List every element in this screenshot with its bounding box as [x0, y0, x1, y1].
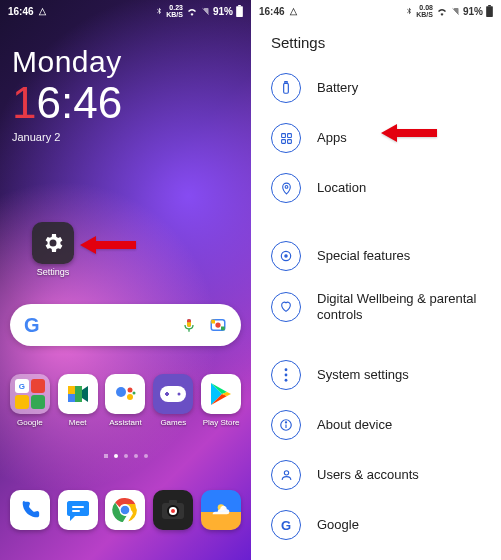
no-sim-icon: [201, 6, 210, 16]
wifi-icon: [436, 7, 448, 16]
svg-rect-10: [68, 394, 75, 402]
app-label: Settings: [32, 267, 74, 277]
annotation-arrow-icon: [381, 122, 437, 144]
user-icon: [271, 460, 301, 490]
battery-icon: [271, 73, 301, 103]
svg-rect-34: [284, 83, 289, 93]
app-icon-games[interactable]: Games: [151, 374, 195, 427]
camera-lens-icon[interactable]: [209, 316, 227, 334]
svg-rect-36: [281, 133, 285, 137]
google-logo-icon: G: [24, 314, 40, 337]
day-of-week: Monday: [12, 45, 239, 79]
page-indicator[interactable]: [0, 454, 251, 458]
settings-screen: 16:46 0.08KB/S 91% Settings: [251, 0, 501, 560]
location-pin-icon: [271, 173, 301, 203]
settings-list[interactable]: Battery Apps Location Special features D…: [251, 63, 501, 560]
battery-percent: 91%: [213, 6, 233, 17]
settings-item-special[interactable]: Special features: [251, 231, 501, 281]
dock-icon-camera[interactable]: [151, 490, 195, 530]
svg-point-44: [285, 374, 288, 377]
svg-rect-39: [287, 139, 291, 143]
dock-icon-messages[interactable]: [56, 490, 100, 530]
svg-rect-11: [75, 386, 82, 402]
app-icon-settings[interactable]: Settings: [32, 222, 74, 277]
settings-item-label: Apps: [317, 130, 347, 146]
dock: [0, 490, 251, 530]
settings-item-label: Battery: [317, 80, 358, 96]
bluetooth-icon: [405, 6, 413, 16]
app-icon-google-folder[interactable]: G Google: [8, 374, 52, 427]
app-icon-meet[interactable]: Meet: [56, 374, 100, 427]
svg-rect-1: [236, 6, 243, 17]
svg-point-43: [285, 369, 288, 372]
svg-point-40: [285, 185, 288, 188]
status-bar: 16:46 0.23KB/S 91%: [0, 0, 251, 20]
bluetooth-icon: [155, 6, 163, 16]
svg-point-18: [178, 393, 181, 396]
settings-item-google[interactable]: G Google: [251, 500, 501, 550]
settings-item-system[interactable]: System settings: [251, 350, 501, 400]
svg-point-13: [128, 388, 133, 393]
settings-item-label: Special features: [317, 248, 410, 264]
svg-rect-37: [287, 133, 291, 137]
notification-icon: [38, 7, 47, 16]
settings-item-users[interactable]: Users & accounts: [251, 450, 501, 500]
svg-rect-32: [488, 5, 491, 6]
heart-icon: [271, 292, 301, 322]
settings-item-label: System settings: [317, 367, 409, 383]
dock-icon-chrome[interactable]: [103, 490, 147, 530]
statusbar-time: 16:46: [259, 6, 285, 17]
annotation-arrow-icon: [80, 234, 136, 256]
star-icon: [271, 241, 301, 271]
svg-point-15: [133, 392, 136, 395]
svg-point-29: [171, 509, 175, 513]
svg-marker-8: [82, 386, 88, 402]
svg-rect-35: [285, 82, 287, 84]
svg-rect-5: [211, 320, 215, 324]
gear-icon: [32, 222, 74, 264]
app-row: G Google Meet Assistant Games Play Store: [0, 374, 251, 427]
dots-vertical-icon: [271, 360, 301, 390]
battery-icon: [236, 5, 243, 17]
svg-marker-51: [381, 124, 437, 142]
svg-point-4: [215, 322, 220, 327]
settings-item-label: Users & accounts: [317, 467, 419, 483]
wifi-icon: [186, 7, 198, 16]
settings-item-apps[interactable]: Apps: [251, 113, 501, 163]
settings-item-label: About device: [317, 417, 392, 433]
svg-point-14: [127, 394, 133, 400]
settings-item-wellbeing[interactable]: Digital Wellbeing & parental controls: [251, 281, 501, 332]
network-speed: 0.23KB/S: [166, 4, 183, 18]
svg-rect-9: [68, 386, 75, 394]
svg-rect-33: [486, 6, 493, 17]
svg-rect-21: [72, 506, 84, 508]
battery-percent: 91%: [463, 6, 483, 17]
app-icon-assistant[interactable]: Assistant: [103, 374, 147, 427]
status-bar: 16:46 0.08KB/S 91%: [251, 0, 501, 20]
settings-item-label: Location: [317, 180, 366, 196]
svg-rect-22: [72, 510, 80, 512]
settings-item-location[interactable]: Location: [251, 163, 501, 213]
google-search-bar[interactable]: G: [10, 304, 241, 346]
network-speed: 0.08KB/S: [416, 4, 433, 18]
settings-item-label: Google: [317, 517, 359, 533]
clock-widget[interactable]: Monday 16:46 January 2: [0, 20, 251, 143]
dock-icon-phone[interactable]: [8, 490, 52, 530]
app-icon-playstore[interactable]: Play Store: [199, 374, 243, 427]
dock-icon-weather[interactable]: [199, 490, 243, 530]
svg-point-48: [285, 422, 286, 423]
settings-item-battery[interactable]: Battery: [251, 63, 501, 113]
mic-icon[interactable]: [181, 316, 197, 334]
home-screen: 16:46 0.23KB/S 91% Monday: [0, 0, 251, 560]
settings-item-about[interactable]: About device: [251, 400, 501, 450]
svg-point-49: [284, 471, 288, 475]
google-g-icon: G: [271, 510, 301, 540]
no-sim-icon: [451, 6, 460, 16]
apps-grid-icon: [271, 123, 301, 153]
settings-item-label: Digital Wellbeing & parental controls: [317, 291, 481, 322]
svg-rect-38: [281, 139, 285, 143]
svg-point-45: [285, 379, 288, 382]
svg-marker-2: [80, 236, 136, 254]
clock-time: 16:46: [12, 81, 239, 125]
svg-rect-6: [221, 327, 225, 331]
